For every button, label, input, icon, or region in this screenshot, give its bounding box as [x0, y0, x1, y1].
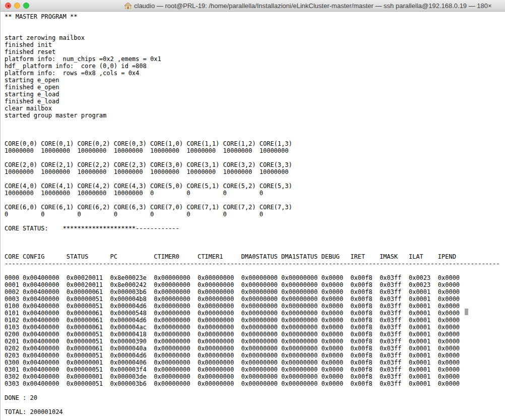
minimize-button[interactable] [14, 3, 20, 9]
close-button[interactable] [5, 3, 11, 9]
zoom-button[interactable] [23, 3, 29, 9]
terminal-output[interactable]: ** MASTER PROGRAM ** start zerowing mail… [5, 13, 500, 415]
window-controls [5, 3, 29, 9]
edited-dot-icon [8, 5, 10, 7]
window-title-text: claudio — root@PRL-19: /home/parallella/… [134, 2, 492, 10]
home-folder-icon [124, 3, 132, 9]
window-title: claudio — root@PRL-19: /home/parallella/… [124, 2, 492, 10]
terminal-cursor [465, 309, 468, 315]
titlebar[interactable]: claudio — root@PRL-19: /home/parallella/… [1, 0, 505, 12]
terminal-window: claudio — root@PRL-19: /home/parallella/… [0, 0, 505, 420]
